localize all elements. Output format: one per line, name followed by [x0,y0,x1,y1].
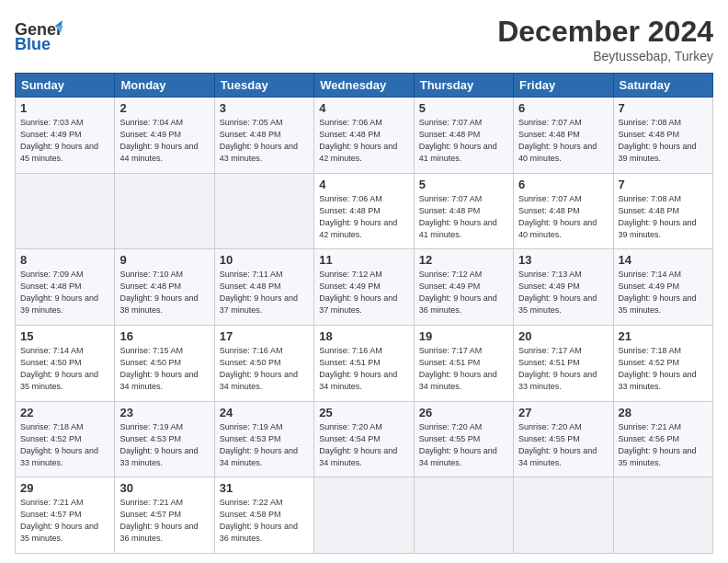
table-row: 19Sunrise: 7:17 AMSunset: 4:51 PMDayligh… [414,325,513,401]
day-number: 8 [20,253,109,267]
table-row: 18Sunrise: 7:16 AMSunset: 4:51 PMDayligh… [314,325,414,401]
day-number: 5 [419,178,508,191]
day-number: 22 [20,406,109,419]
day-info: Sunrise: 7:19 AMSunset: 4:53 PMDaylight:… [119,421,209,469]
col-monday: Monday [115,74,214,98]
table-row: 14Sunrise: 7:14 AMSunset: 4:49 PMDayligh… [613,249,712,326]
day-info: Sunrise: 7:18 AMSunset: 4:52 PMDaylight:… [20,421,109,469]
header: General Blue December 2024 Beytussebap, … [15,15,713,63]
logo-svg: General Blue [15,15,63,53]
day-info: Sunrise: 7:21 AMSunset: 4:57 PMDaylight:… [119,497,209,545]
table-row: 21Sunrise: 7:18 AMSunset: 4:52 PMDayligh… [613,325,712,401]
table-row: 20Sunrise: 7:17 AMSunset: 4:51 PMDayligh… [514,325,613,401]
day-info: Sunrise: 7:04 AMSunset: 4:49 PMDaylight:… [119,117,209,165]
table-row [214,173,313,249]
day-number: 13 [518,253,608,267]
day-info: Sunrise: 7:11 AMSunset: 4:48 PMDaylight:… [220,269,309,316]
table-row: 31Sunrise: 7:22 AMSunset: 4:58 PMDayligh… [214,477,313,554]
calendar-week-row: 15Sunrise: 7:14 AMSunset: 4:50 PMDayligh… [16,325,713,401]
table-row: 15Sunrise: 7:14 AMSunset: 4:50 PMDayligh… [16,325,115,401]
table-row: 16Sunrise: 7:15 AMSunset: 4:50 PMDayligh… [115,325,214,401]
calendar-header-row: Sunday Monday Tuesday Wednesday Thursday… [16,74,713,98]
table-row: 1Sunrise: 7:03 AMSunset: 4:49 PMDaylight… [16,98,115,174]
day-number: 11 [319,253,408,267]
day-info: Sunrise: 7:07 AMSunset: 4:48 PMDaylight:… [518,117,608,165]
day-number: 7 [619,178,708,191]
day-number: 5 [419,101,508,115]
day-info: Sunrise: 7:17 AMSunset: 4:51 PMDaylight:… [419,345,508,393]
day-info: Sunrise: 7:14 AMSunset: 4:50 PMDaylight:… [20,345,109,393]
table-row: 3Sunrise: 7:05 AMSunset: 4:48 PMDaylight… [214,98,313,174]
day-number: 17 [220,329,309,343]
table-row [115,173,214,249]
day-number: 10 [220,253,309,267]
day-info: Sunrise: 7:08 AMSunset: 4:48 PMDaylight:… [619,193,708,241]
table-row: 9Sunrise: 7:10 AMSunset: 4:48 PMDaylight… [115,249,214,326]
day-info: Sunrise: 7:07 AMSunset: 4:48 PMDaylight:… [419,193,508,241]
table-row: 26Sunrise: 7:20 AMSunset: 4:55 PMDayligh… [414,401,513,477]
day-info: Sunrise: 7:16 AMSunset: 4:51 PMDaylight:… [319,345,408,393]
table-row: 4Sunrise: 7:06 AMSunset: 4:48 PMDaylight… [314,173,414,249]
calendar-week-row: 22Sunrise: 7:18 AMSunset: 4:52 PMDayligh… [16,401,713,477]
day-info: Sunrise: 7:18 AMSunset: 4:52 PMDaylight:… [619,345,708,393]
table-row: 4Sunrise: 7:06 AMSunset: 4:48 PMDaylight… [314,98,414,174]
calendar-week-row: 29Sunrise: 7:21 AMSunset: 4:57 PMDayligh… [16,477,713,554]
day-number: 30 [119,481,209,495]
day-number: 16 [119,329,209,343]
day-info: Sunrise: 7:06 AMSunset: 4:48 PMDaylight:… [319,117,408,165]
table-row: 10Sunrise: 7:11 AMSunset: 4:48 PMDayligh… [214,249,313,326]
day-number: 21 [619,329,708,343]
calendar-week-row: 4Sunrise: 7:06 AMSunset: 4:48 PMDaylight… [16,173,713,249]
day-number: 19 [419,329,508,343]
calendar-table: Sunday Monday Tuesday Wednesday Thursday… [15,73,713,554]
table-row: 24Sunrise: 7:19 AMSunset: 4:53 PMDayligh… [214,401,313,477]
page: General Blue December 2024 Beytussebap, … [0,0,728,563]
day-number: 27 [518,406,608,419]
table-row: 2Sunrise: 7:04 AMSunset: 4:49 PMDaylight… [115,98,214,174]
day-info: Sunrise: 7:13 AMSunset: 4:49 PMDaylight:… [518,269,608,316]
table-row: 27Sunrise: 7:20 AMSunset: 4:55 PMDayligh… [514,401,613,477]
table-row: 25Sunrise: 7:20 AMSunset: 4:54 PMDayligh… [314,401,414,477]
day-info: Sunrise: 7:16 AMSunset: 4:50 PMDaylight:… [220,345,309,393]
col-thursday: Thursday [414,74,513,98]
table-row: 30Sunrise: 7:21 AMSunset: 4:57 PMDayligh… [115,477,214,554]
table-row: 22Sunrise: 7:18 AMSunset: 4:52 PMDayligh… [16,401,115,477]
calendar-week-row: 8Sunrise: 7:09 AMSunset: 4:48 PMDaylight… [16,249,713,326]
day-info: Sunrise: 7:08 AMSunset: 4:48 PMDaylight:… [619,117,708,165]
day-info: Sunrise: 7:09 AMSunset: 4:48 PMDaylight:… [20,269,109,316]
day-info: Sunrise: 7:07 AMSunset: 4:48 PMDaylight:… [518,193,608,241]
table-row: 7Sunrise: 7:08 AMSunset: 4:48 PMDaylight… [613,173,712,249]
col-sunday: Sunday [16,74,115,98]
day-number: 28 [619,406,708,419]
table-row: 5Sunrise: 7:07 AMSunset: 4:48 PMDaylight… [414,173,513,249]
day-number: 20 [518,329,608,343]
day-info: Sunrise: 7:12 AMSunset: 4:49 PMDaylight:… [319,269,408,316]
day-number: 1 [20,101,109,115]
day-info: Sunrise: 7:12 AMSunset: 4:49 PMDaylight:… [419,269,508,316]
day-info: Sunrise: 7:17 AMSunset: 4:51 PMDaylight:… [518,345,608,393]
day-info: Sunrise: 7:15 AMSunset: 4:50 PMDaylight:… [119,345,209,393]
table-row: 12Sunrise: 7:12 AMSunset: 4:49 PMDayligh… [414,249,513,326]
table-row: 11Sunrise: 7:12 AMSunset: 4:49 PMDayligh… [314,249,414,326]
table-row: 17Sunrise: 7:16 AMSunset: 4:50 PMDayligh… [214,325,313,401]
day-info: Sunrise: 7:14 AMSunset: 4:49 PMDaylight:… [619,269,708,316]
day-number: 25 [319,406,408,419]
col-tuesday: Tuesday [214,74,313,98]
svg-text:Blue: Blue [15,35,51,53]
table-row: 5Sunrise: 7:07 AMSunset: 4:48 PMDaylight… [414,98,513,174]
table-row [16,173,115,249]
table-row: 8Sunrise: 7:09 AMSunset: 4:48 PMDaylight… [16,249,115,326]
day-number: 23 [119,406,209,419]
logo: General Blue [15,15,64,53]
table-row: 23Sunrise: 7:19 AMSunset: 4:53 PMDayligh… [115,401,214,477]
day-number: 31 [220,481,309,495]
day-number: 18 [319,329,408,343]
table-row [314,477,414,554]
table-row: 29Sunrise: 7:21 AMSunset: 4:57 PMDayligh… [16,477,115,554]
month-title: December 2024 [497,15,713,49]
day-number: 26 [419,406,508,419]
day-number: 29 [20,481,109,495]
table-row [613,477,712,554]
col-saturday: Saturday [613,74,712,98]
location: Beytussebap, Turkey [497,49,713,63]
